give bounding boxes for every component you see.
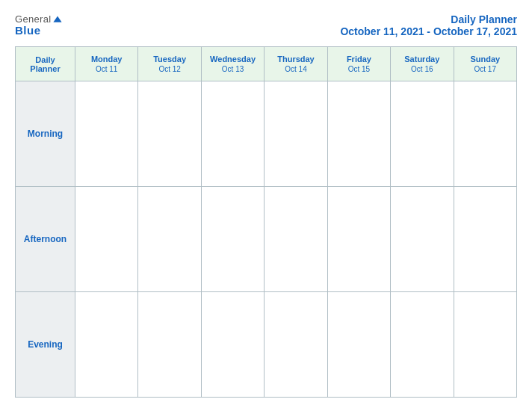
planner-table: DailyPlanner Monday Oct 11 Tuesday Oct 1… xyxy=(15,46,517,398)
cell-afternoon-monday[interactable] xyxy=(75,187,138,292)
cell-morning-sunday[interactable] xyxy=(454,81,516,187)
col-header-thursday: Thursday Oct 14 xyxy=(265,47,327,81)
cell-morning-tuesday[interactable] xyxy=(138,81,201,187)
cell-morning-saturday[interactable] xyxy=(391,81,454,187)
cell-morning-wednesday[interactable] xyxy=(201,81,264,187)
row-label-morning: Morning xyxy=(16,81,75,187)
cell-afternoon-saturday[interactable] xyxy=(391,187,454,292)
table-row-evening: Evening xyxy=(16,292,517,398)
col-header-friday: Friday Oct 15 xyxy=(327,47,390,81)
date-range: October 11, 2021 - October 17, 2021 xyxy=(340,25,517,37)
col-header-monday: Monday Oct 11 xyxy=(75,47,138,81)
header-info: Daily Planner October 11, 2021 - October… xyxy=(340,13,517,37)
row-label-evening: Evening xyxy=(16,292,75,398)
col-header-wednesday: Wednesday Oct 13 xyxy=(201,47,264,81)
cell-afternoon-tuesday[interactable] xyxy=(138,187,201,292)
page-header: General Blue Daily Planner October 11, 2… xyxy=(15,13,517,37)
table-row-morning: Morning xyxy=(16,81,517,187)
col-header-tuesday: Tuesday Oct 12 xyxy=(138,47,201,81)
cell-evening-monday[interactable] xyxy=(75,292,138,398)
general-blue-icon xyxy=(52,15,63,25)
logo-blue-text: Blue xyxy=(15,24,41,37)
col-header-saturday: Saturday Oct 16 xyxy=(391,47,454,81)
cell-evening-tuesday[interactable] xyxy=(138,292,201,398)
cell-afternoon-friday[interactable] xyxy=(327,187,390,292)
logo: General Blue xyxy=(15,13,63,37)
cell-morning-friday[interactable] xyxy=(327,81,390,187)
cell-evening-friday[interactable] xyxy=(327,292,390,398)
cell-afternoon-thursday[interactable] xyxy=(265,187,327,292)
cell-evening-saturday[interactable] xyxy=(391,292,454,398)
cell-evening-thursday[interactable] xyxy=(265,292,327,398)
row-label-afternoon: Afternoon xyxy=(16,187,75,292)
cell-morning-thursday[interactable] xyxy=(265,81,327,187)
planner-title: Daily Planner xyxy=(340,13,517,25)
col-header-label: DailyPlanner xyxy=(16,47,75,81)
cell-evening-wednesday[interactable] xyxy=(201,292,264,398)
table-row-afternoon: Afternoon xyxy=(16,187,517,292)
cell-afternoon-sunday[interactable] xyxy=(454,187,516,292)
cell-morning-monday[interactable] xyxy=(75,81,138,187)
table-header-row: DailyPlanner Monday Oct 11 Tuesday Oct 1… xyxy=(16,47,517,81)
cell-evening-sunday[interactable] xyxy=(454,292,516,398)
cell-afternoon-wednesday[interactable] xyxy=(201,187,264,292)
col-header-sunday: Sunday Oct 17 xyxy=(454,47,516,81)
svg-marker-0 xyxy=(54,16,62,22)
